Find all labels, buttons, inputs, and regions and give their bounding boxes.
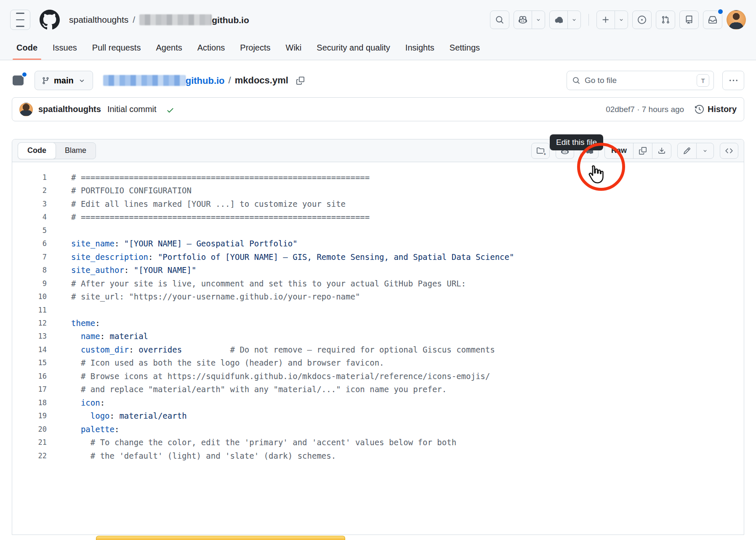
caret-down-icon [571,17,577,23]
line-number[interactable]: 7 [12,251,47,264]
line-number[interactable]: 10 [12,290,47,303]
create-new-icon[interactable] [597,11,615,29]
tab-code[interactable]: Code [10,35,44,60]
edit-dropdown-button[interactable] [696,143,713,158]
code-line-content: site_description: "Portfolio of [YOUR NA… [47,251,514,264]
commit-status-check[interactable] [162,105,174,114]
agents-dropdown[interactable] [567,11,580,29]
code-line: 7site_description: "Portfolio of [YOUR N… [12,251,744,264]
copy-icon [639,147,647,155]
line-number[interactable]: 13 [12,330,47,343]
code-line-content: site_name: "[YOUR NAME] — Geospatial Por… [47,237,298,250]
tab-settings[interactable]: Settings [443,35,486,60]
line-number[interactable]: 11 [12,304,47,317]
more-options-button[interactable] [722,71,744,90]
line-number[interactable]: 5 [12,224,47,237]
edit-file-button[interactable] [678,143,696,158]
breadcrumb-repo-link[interactable]: github.io [103,75,225,86]
tab-agents[interactable]: Agents [149,35,188,60]
tab-pull-requests[interactable]: Pull requests [86,35,147,60]
issues-button[interactable] [632,11,652,29]
tab-insights[interactable]: Insights [399,35,441,60]
line-number[interactable]: 17 [12,383,47,396]
line-number[interactable]: 18 [12,396,47,409]
line-number[interactable]: 20 [12,423,47,436]
download-raw-button[interactable] [652,143,671,158]
pull-requests-button[interactable] [656,11,675,29]
code-line: 11 [12,304,744,317]
code-line: 18 icon: [12,396,744,409]
line-number[interactable]: 1 [12,171,47,184]
commit-message[interactable]: Initial commit [107,104,157,114]
copilot-icon[interactable] [514,11,532,29]
hamburger-menu-button[interactable] [10,10,30,30]
breadcrumb-separator: / [229,75,231,86]
copy-raw-button[interactable] [633,143,652,158]
go-to-file-placeholder: Go to file [585,76,617,85]
commit-sha-and-time[interactable]: 02dbef7 · 7 hours ago [606,105,684,114]
create-new-button[interactable] [596,11,628,29]
copy-icon [296,77,304,85]
code-line-content: name: material [47,330,148,343]
caret-down-icon [702,148,708,154]
user-avatar[interactable] [727,10,746,29]
copilot-dropdown[interactable] [532,11,545,29]
hamburger-icon [16,13,24,14]
agents-cloud-icon[interactable] [550,11,567,29]
raw-button[interactable]: Raw [605,143,633,158]
context-owner[interactable]: spatialthoughts [69,15,128,25]
code-line: 3# Edit all lines marked [YOUR ...] to c… [12,198,744,211]
line-number[interactable]: 8 [12,264,47,277]
code-line-content: palette: [47,423,119,436]
header-divider [588,14,589,26]
tab-blame-view[interactable]: Blame [56,143,96,159]
line-number[interactable]: 3 [12,198,47,211]
go-to-file-input[interactable]: Go to file T [567,71,714,90]
repositories-button[interactable] [679,11,699,29]
history-label: History [708,104,737,114]
raw-actions-group: Raw [604,143,671,159]
breadcrumb-file-name: mkdocs.yml [235,75,288,86]
symbols-panel-button[interactable] [720,143,738,159]
code-line-content [47,224,71,237]
line-number[interactable]: 16 [12,370,47,383]
agents-button[interactable] [549,11,581,29]
side-panel-toggle[interactable] [12,74,24,87]
line-number[interactable]: 19 [12,409,47,422]
line-number[interactable]: 12 [12,317,47,330]
add-file-button[interactable]: ✦ [531,143,550,159]
repo-tab-bar: CodeIssuesPull requestsAgentsActionsProj… [10,35,746,60]
line-number[interactable]: 6 [12,237,47,250]
copilot-button[interactable] [514,11,545,29]
copy-path-button[interactable] [296,77,304,85]
code-line-content: # PORTFOLIO CONFIGURATION [47,184,192,197]
tab-code-view[interactable]: Code [18,142,56,159]
code-line-content: # ======================================… [47,171,370,184]
line-number[interactable]: 14 [12,343,47,356]
panel-notification-dot [21,72,27,78]
tab-security-and-quality[interactable]: Security and quality [310,35,397,60]
commit-author-avatar[interactable] [19,103,33,116]
tab-wiki[interactable]: Wiki [280,35,308,60]
code-line: 9# After your site is live, uncomment an… [12,277,744,290]
line-number[interactable]: 2 [12,184,47,197]
code-line: 1# =====================================… [12,171,744,184]
tab-issues[interactable]: Issues [46,35,83,60]
line-number[interactable]: 15 [12,356,47,369]
github-logo[interactable] [40,10,60,30]
create-new-dropdown[interactable] [615,11,628,29]
commit-author[interactable]: spatialthoughts [38,104,101,114]
tab-actions[interactable]: Actions [191,35,232,60]
line-number[interactable]: 21 [12,436,47,449]
tab-projects[interactable]: Projects [234,35,277,60]
code-line-content: # and replace "material/earth" with any … [47,383,447,396]
line-number[interactable]: 4 [12,211,47,224]
search-button[interactable] [490,11,509,29]
line-number[interactable]: 9 [12,277,47,290]
branch-selector[interactable]: main [35,71,93,90]
context-repo[interactable]: github.io [139,14,249,25]
code-line: 12theme: [12,317,744,330]
caret-down-icon [78,77,86,85]
history-button[interactable]: History [695,104,737,114]
line-number[interactable]: 22 [12,449,47,462]
